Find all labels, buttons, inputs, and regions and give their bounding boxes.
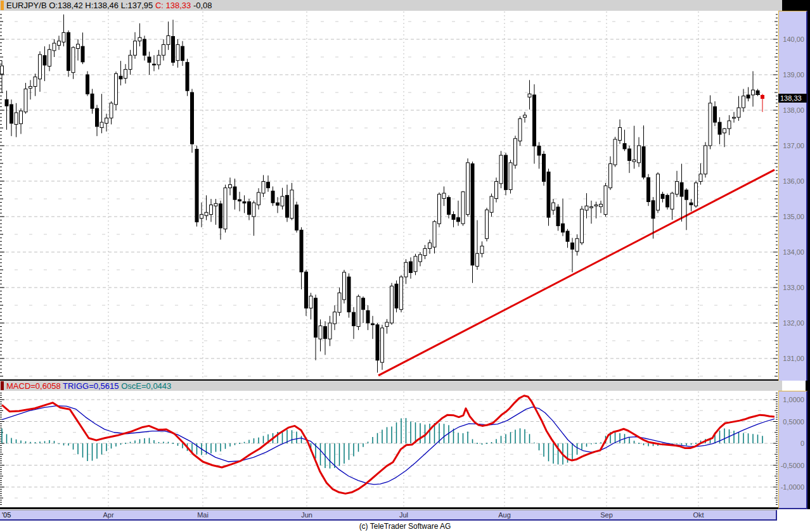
chart-canvas[interactable]	[0, 0, 810, 532]
teletrader-chart-window: EURJPY/B O:138,42 H:138,46 L:137,95 C: 1…	[0, 0, 810, 532]
